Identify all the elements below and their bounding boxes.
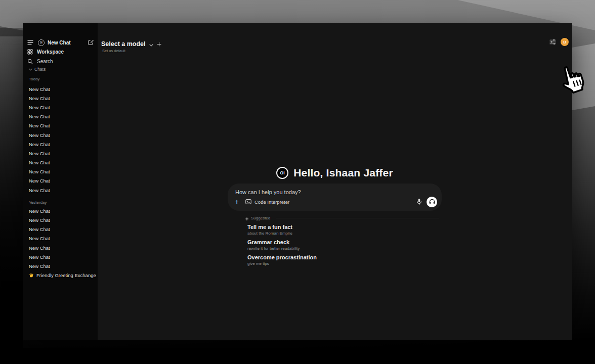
chat-item[interactable]: New Chat — [23, 167, 98, 176]
screen-bottom-bar — [0, 348, 595, 364]
code-interpreter-label: Code Interpreter — [254, 199, 289, 205]
set-default-button[interactable]: Set as default — [102, 49, 125, 53]
sparkle-icon — [245, 214, 249, 223]
chat-item[interactable]: New Chat — [23, 176, 98, 186]
chat-item[interactable]: New Chat — [23, 225, 98, 234]
chats-section-toggle[interactable]: Chats — [29, 67, 46, 72]
suggested-header: Suggested — [228, 215, 442, 221]
composer-toolbar: + Code Interpreter — [233, 196, 437, 207]
chevron-down-icon — [29, 67, 32, 72]
chat-item[interactable]: New Chat — [23, 112, 98, 121]
chat-item[interactable]: New Chat — [23, 103, 98, 112]
app-logo-large: OI — [276, 167, 288, 179]
suggested-divider — [276, 218, 439, 218]
model-selector[interactable]: Select a model — [101, 39, 161, 49]
chat-item[interactable]: New Chat — [23, 234, 98, 243]
message-input-placeholder: How can I help you today? — [235, 189, 301, 195]
chats-section-label: Chats — [34, 67, 46, 72]
header-actions: IJ — [549, 38, 569, 46]
suggestion-title: Tell me a fun fact — [247, 224, 442, 230]
sidebar-title: New Chat — [48, 40, 88, 46]
suggestion-item[interactable]: Tell me a fun fact about the Roman Empir… — [247, 224, 442, 236]
suggestion-list: Tell me a fun fact about the Roman Empir… — [228, 224, 442, 266]
workspace-label: Workspace — [37, 49, 64, 55]
suggestion-item[interactable]: Overcome procrastination give me tips — [247, 254, 442, 266]
headphones-icon — [429, 197, 435, 206]
app-logo: OI — [38, 39, 45, 46]
chat-center-column: OI Hello, Ishaan Jaffer How can I help y… — [228, 166, 442, 266]
suggestion-subtitle: rewrite it for better readability — [247, 246, 442, 251]
new-chat-icon[interactable] — [88, 39, 94, 46]
chat-item[interactable]: New Chat — [23, 158, 98, 167]
message-input[interactable]: How can I help you today? + Code Interpr… — [228, 184, 442, 211]
suggestion-subtitle: give me tips — [247, 261, 442, 266]
chat-history: New ChatNew ChatNew ChatNew ChatNew Chat… — [23, 84, 98, 280]
chat-item-friendly-greeting[interactable]: Friendly Greeting Exchange — [23, 271, 98, 280]
sidebar-item-workspace[interactable]: Workspace — [27, 48, 64, 56]
screen: OI New Chat Workspace Search — [0, 0, 595, 364]
sidebar-toggle-icon[interactable] — [27, 40, 33, 45]
chat-item[interactable]: New Chat — [23, 121, 98, 130]
controls-sliders-icon[interactable] — [549, 39, 556, 45]
main-area: Select a model Set as default IJ OI Hel — [98, 23, 572, 340]
user-avatar[interactable]: IJ — [561, 38, 569, 46]
add-model-icon[interactable] — [157, 39, 161, 49]
chat-list-today: New ChatNew ChatNew ChatNew ChatNew Chat… — [23, 84, 98, 195]
greeting: OI Hello, Ishaan Jaffer — [228, 166, 442, 180]
search-label: Search — [37, 59, 53, 64]
wallpaper-facet — [572, 43, 595, 110]
suggestion-title: Grammar check — [247, 239, 442, 245]
chat-item[interactable]: New Chat — [23, 206, 98, 215]
attach-plus-icon[interactable]: + — [233, 198, 240, 205]
app-window: OI New Chat Workspace Search — [23, 23, 572, 340]
suggestion-item[interactable]: Grammar check rewrite it for better read… — [247, 239, 442, 251]
chat-item[interactable]: New Chat — [23, 243, 98, 252]
chat-item[interactable]: New Chat — [23, 140, 98, 149]
greeting-text: Hello, Ishaan Jaffer — [293, 167, 393, 179]
chat-item-label: Friendly Greeting Exchange — [36, 272, 96, 278]
search-icon — [27, 59, 33, 64]
voice-call-button[interactable] — [427, 197, 437, 207]
sidebar: OI New Chat Workspace Search — [23, 23, 98, 340]
wallpaper-shade — [0, 28, 23, 351]
chat-list-yesterday: New ChatNew ChatNew ChatNew ChatNew Chat… — [23, 206, 98, 270]
chat-item[interactable]: New Chat — [23, 149, 98, 158]
suggestion-subtitle: about the Roman Empire — [247, 231, 442, 236]
chat-item[interactable]: New Chat — [23, 130, 98, 140]
chat-item[interactable]: New Chat — [23, 261, 98, 270]
suggestion-title: Overcome procrastination — [247, 254, 442, 260]
model-selector-label: Select a model — [101, 40, 146, 48]
suggested-label: Suggested — [251, 216, 270, 220]
chevron-down-icon — [149, 39, 153, 49]
wave-emoji-icon — [29, 272, 34, 279]
sidebar-item-search[interactable]: Search — [27, 57, 53, 65]
workspace-icon — [27, 49, 33, 55]
code-interpreter-toggle[interactable]: Code Interpreter — [245, 197, 289, 206]
chat-item[interactable]: New Chat — [23, 252, 98, 261]
sidebar-header: OI New Chat — [27, 38, 94, 47]
group-label-yesterday: Yesterday — [23, 198, 98, 206]
chat-item[interactable]: New Chat — [23, 215, 98, 224]
chat-item[interactable]: New Chat — [23, 84, 98, 94]
group-label-today: Today — [29, 77, 39, 81]
chat-item[interactable]: New Chat — [23, 94, 98, 103]
mic-icon[interactable] — [416, 198, 422, 205]
code-interpreter-icon — [245, 197, 251, 206]
chat-item[interactable]: New Chat — [23, 186, 98, 195]
